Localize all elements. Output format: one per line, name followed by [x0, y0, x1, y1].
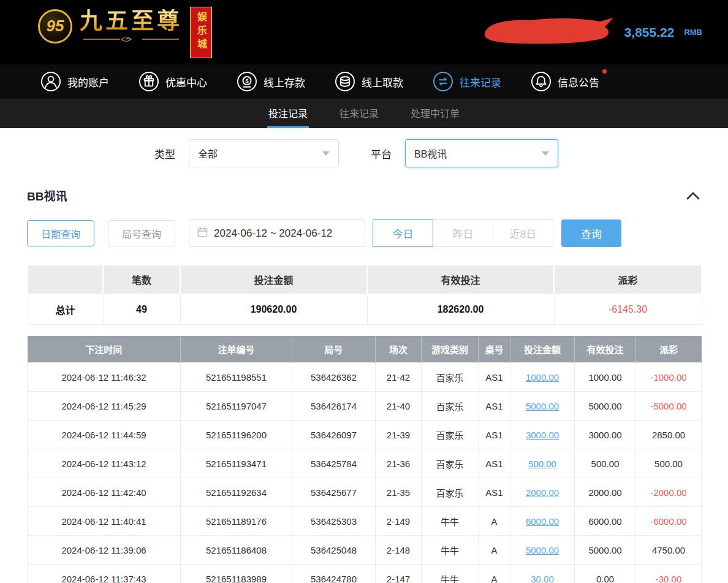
tab-processing-orders[interactable]: 处理中订单 [409, 99, 461, 128]
cell-bet-id: 521651189176 [181, 507, 292, 536]
platform-select[interactable]: BB视讯 [405, 139, 558, 167]
bet-amount-link[interactable]: 3000.00 [526, 430, 559, 440]
cell-valid-bet: 6000.00 [575, 507, 636, 536]
nav-item-my-account[interactable]: 我的账户 [40, 71, 109, 92]
summary-bet-amount-value: 190620.00 [180, 294, 367, 324]
bet-amount-link[interactable]: 1000.00 [526, 372, 559, 383]
nav-item-announcements[interactable]: 信息公告 [531, 71, 599, 92]
cell-bet-amount: 500.00 [510, 449, 575, 478]
cell-valid-bet: 1000.00 [575, 363, 636, 392]
cell-game-type: 百家乐 [422, 363, 479, 392]
cell-valid-bet: 2000.00 [575, 478, 636, 507]
summary-valid-bet-value: 182620.00 [367, 294, 554, 324]
col-session: 场次 [376, 336, 422, 363]
cell-payout: -2000.00 [636, 478, 702, 507]
cell-table-no: AS1 [479, 363, 510, 392]
bet-amount-link[interactable]: 500.00 [528, 459, 556, 469]
cell-round-no: 536425677 [292, 478, 376, 507]
redacted-username-scribble [482, 15, 616, 50]
table-row: 2024-06-12 11:44:59521651196200536426097… [28, 421, 702, 449]
search-button[interactable]: 查询 [561, 219, 621, 247]
col-bet-id: 注单编号 [181, 336, 292, 363]
type-filter-label: 类型 [154, 146, 175, 161]
bet-amount-link[interactable]: 30.00 [531, 574, 554, 583]
col-bet-amount: 投注金额 [510, 336, 575, 363]
nav-item-transaction-records[interactable]: 往来记录 [433, 71, 501, 92]
today-button[interactable]: 今日 [373, 219, 433, 247]
tab-bet-records[interactable]: 投注记录 [267, 99, 309, 128]
platform-filter-label: 平台 [371, 146, 392, 161]
cell-bet-time: 2024-06-12 11:37:43 [28, 565, 181, 583]
logo-title: 九五至尊 [80, 9, 183, 34]
calendar-icon [197, 226, 208, 241]
cell-valid-bet: 0.00 [575, 565, 636, 583]
cell-bet-amount: 5000.00 [510, 536, 575, 565]
nav-label: 线上取款 [362, 74, 403, 90]
chevron-down-icon [322, 151, 330, 156]
yesterday-button[interactable]: 昨日 [433, 219, 493, 247]
nav-item-deposit[interactable]: $ 线上存款 [237, 71, 305, 92]
cell-game-type: 牛牛 [422, 507, 479, 536]
bet-amount-link[interactable]: 5000.00 [526, 401, 559, 411]
bet-amount-link[interactable]: 2000.00 [526, 487, 559, 498]
bet-amount-link[interactable]: 6000.00 [526, 516, 559, 527]
summary-payout-value: -6145.30 [554, 294, 702, 324]
cell-session: 2-147 [376, 565, 422, 583]
bet-records-table: 下注时间 注单编号 局号 场次 游戏类别 桌号 投注金额 有效投注 派彩 202… [27, 336, 702, 583]
summary-header-row: 笔数 投注金额 有效投注 派彩 [28, 265, 702, 294]
date-range-input[interactable]: 2024-06-12 ~ 2024-06-12 [189, 219, 365, 247]
cell-round-no: 536426097 [292, 421, 376, 449]
type-select[interactable]: 全部 [189, 139, 339, 167]
cell-payout: 4750.00 [636, 536, 702, 565]
cell-bet-time: 2024-06-12 11:40:41 [28, 507, 181, 536]
logo-text-wrap: 九五至尊 [80, 9, 183, 46]
cell-session: 21-35 [376, 478, 422, 507]
nav-label: 信息公告 [558, 74, 599, 90]
cell-round-no: 536425303 [292, 507, 376, 536]
nav-item-withdraw[interactable]: 线上取款 [335, 71, 403, 92]
cell-bet-amount: 3000.00 [510, 421, 575, 449]
deposit-coin-icon: $ [237, 71, 257, 92]
cell-bet-id: 521651197047 [181, 392, 292, 421]
cell-bet-id: 521651198551 [181, 363, 292, 392]
cell-table-no: AS1 [479, 392, 510, 421]
cell-table-no: A [479, 565, 510, 583]
cell-valid-bet: 500.00 [575, 449, 636, 478]
cell-game-type: 百家乐 [422, 478, 479, 507]
tab-transaction-records[interactable]: 往来记录 [338, 99, 380, 128]
last-8-days-button[interactable]: 近8日 [493, 219, 553, 247]
summary-header-count: 笔数 [103, 265, 180, 294]
cell-session: 2-149 [376, 507, 422, 536]
table-row: 2024-06-12 11:45:29521651197047536426174… [28, 392, 702, 421]
cell-session: 2-148 [376, 536, 422, 565]
cell-bet-time: 2024-06-12 11:45:29 [28, 392, 181, 421]
cell-session: 21-36 [376, 449, 422, 478]
balance-currency: RMB [684, 28, 702, 37]
user-icon [40, 71, 61, 92]
chevron-up-icon[interactable] [685, 190, 701, 201]
bet-table-body: 2024-06-12 11:46:32521651198551536426362… [28, 363, 702, 583]
section-title: BB视讯 [27, 187, 67, 204]
nav-item-promotions[interactable]: 优惠中心 [138, 71, 207, 92]
cell-game-type: 百家乐 [422, 421, 479, 449]
summary-total-row: 总计 49 190620.00 182620.00 -6145.30 [28, 294, 702, 324]
type-select-value: 全部 [198, 146, 218, 161]
nav-label: 线上存款 [264, 74, 305, 90]
date-query-button[interactable]: 日期查询 [27, 220, 94, 246]
cell-bet-amount: 2000.00 [510, 478, 575, 507]
bet-amount-link[interactable]: 5000.00 [526, 545, 559, 555]
cell-payout: -6000.00 [636, 507, 702, 536]
summary-total-label: 总计 [28, 294, 103, 324]
logo-emblem-icon: 95 [38, 9, 72, 44]
cell-bet-id: 521651193471 [181, 449, 292, 478]
cell-bet-time: 2024-06-12 11:42:40 [28, 478, 181, 507]
round-query-button[interactable]: 局号查询 [108, 220, 175, 246]
balance-area: 3,855.22RMB [482, 15, 702, 50]
cell-valid-bet: 5000.00 [575, 536, 636, 565]
summary-header-payout: 派彩 [554, 265, 702, 294]
cell-bet-id: 521651183989 [181, 565, 292, 583]
cell-session: 21-42 [376, 363, 422, 392]
section-header: BB视讯 [27, 187, 701, 204]
table-row: 2024-06-12 11:40:41521651189176536425303… [28, 507, 702, 536]
cell-round-no: 536426362 [292, 363, 376, 392]
